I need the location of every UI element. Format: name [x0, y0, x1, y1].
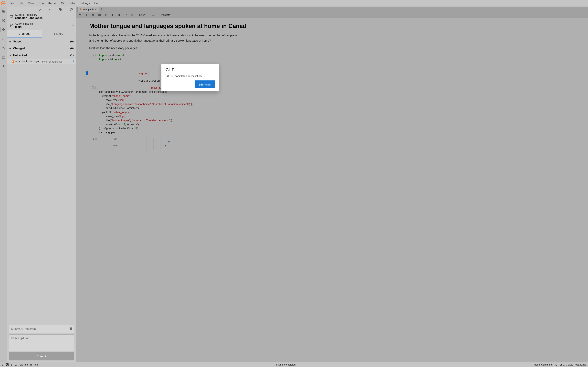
code-cell-5[interactable]: [5]: most_at_home"] > 0] can_lang_plot =…	[89, 86, 588, 135]
cell-prompt: [5]:	[89, 137, 99, 151]
cell-type-label: Code	[139, 14, 145, 17]
git-icon[interactable]	[2, 28, 5, 32]
svg-rect-2	[3, 20, 4, 21]
menu-run[interactable]: Run	[36, 1, 46, 6]
main-area: eda.ipynb ✕ + Code ⌄ Validate	[76, 7, 588, 362]
section-staged-count: (0)	[70, 40, 74, 43]
terminal-icon[interactable]: ≻_	[6, 363, 9, 366]
status-terminals[interactable]: 1	[11, 363, 12, 366]
run-icon[interactable]	[111, 14, 114, 17]
section-untracked[interactable]: ▾ Untracked (1)	[7, 52, 76, 59]
section-staged[interactable]: ▸ Staged (0)	[7, 38, 76, 45]
menu-settings[interactable]: Settings	[77, 1, 92, 6]
notebook-body[interactable]: Mother tongue and languages spoken at ho…	[76, 18, 588, 362]
commit-description-input[interactable]	[9, 334, 74, 351]
commit-summary-input[interactable]	[9, 325, 74, 333]
menu-view[interactable]: View	[26, 1, 36, 6]
status-mode[interactable]: Mode: Command	[534, 363, 553, 366]
current-branch[interactable]: Current Branch main ▾	[7, 21, 76, 30]
svg-point-11	[10, 24, 11, 25]
tabbed-icon[interactable]	[2, 55, 5, 59]
chart-menu-icon[interactable]: ⋯	[110, 137, 114, 141]
menu-help[interactable]: Help	[92, 1, 102, 6]
commit-button[interactable]: Commit	[9, 352, 74, 360]
svg-point-13	[12, 24, 13, 25]
svg-rect-5	[2, 39, 3, 40]
trust-icon[interactable]	[555, 363, 557, 366]
restart-icon[interactable]	[124, 14, 127, 17]
file-dir: .ipynb_checkpoints	[41, 60, 62, 63]
notebook-tab[interactable]: eda.ipynb ✕	[78, 7, 99, 12]
svg-point-12	[10, 26, 11, 27]
notebook-toolbar: Code ⌄ Validate	[76, 12, 588, 18]
copy-icon[interactable]	[98, 14, 101, 17]
push-icon[interactable]	[48, 8, 52, 11]
kernel-status-icon[interactable]	[15, 363, 17, 366]
status-file[interactable]: eda.ipynb	[575, 363, 586, 366]
jupyter-logo-icon	[1, 1, 6, 6]
svg-rect-22	[99, 15, 101, 16]
svg-rect-9	[2, 56, 5, 58]
svg-rect-23	[99, 14, 100, 16]
add-cell-icon[interactable]	[85, 14, 88, 17]
amend-icon[interactable]	[69, 327, 73, 330]
cut-icon[interactable]	[92, 14, 95, 17]
git-tabs: Changes History	[7, 30, 76, 38]
cell-prompt	[89, 71, 99, 75]
stop-icon[interactable]	[118, 14, 121, 17]
section-changed[interactable]: ▸ Changed (0)	[7, 45, 76, 52]
pull-icon[interactable]	[38, 8, 42, 11]
repo-label: Current Repository	[15, 13, 74, 17]
intro-line-1: In the language data collected in the 20…	[89, 33, 253, 38]
code-cell-2[interactable]: [2]: import pandas as pd import altair a…	[89, 53, 588, 62]
status-kernel[interactable]: R | Idle	[30, 363, 38, 366]
cell-type-select[interactable]: Code ⌄	[139, 13, 154, 17]
changes-list: ▸ Staged (0) ▸ Changed (0) ▾ Untracked (…	[7, 38, 76, 324]
menu-kernel[interactable]: Kernel	[46, 1, 59, 6]
new-tab-button[interactable]: +	[99, 7, 104, 12]
section-changed-title: Changed	[13, 47, 25, 50]
refresh-icon[interactable]	[69, 8, 73, 11]
untracked-file-row[interactable]: eda-checkpoint.ipynb .ipynb_checkpoints …	[7, 59, 76, 64]
tab-history[interactable]: History	[42, 30, 76, 38]
svg-rect-26	[119, 14, 120, 16]
app-root: File Edit View Run Kernel Git Tabs Setti…	[0, 0, 588, 367]
branch-name: main	[15, 25, 70, 28]
tag-icon[interactable]	[59, 8, 62, 11]
file-status: U	[72, 60, 74, 63]
toc-icon[interactable]	[2, 37, 5, 41]
menu-git[interactable]: Git	[59, 1, 67, 6]
paste-icon[interactable]	[105, 14, 108, 17]
close-icon[interactable]: ✕	[95, 8, 97, 11]
svg-rect-15	[12, 61, 13, 61]
file-name: eda-checkpoint.ipynb	[15, 60, 40, 63]
svg-rect-10	[10, 16, 13, 17]
menu-file[interactable]: File	[7, 1, 16, 6]
branch-label: Current Branch	[15, 22, 70, 25]
dismiss-button[interactable]: DISMISS	[195, 81, 215, 88]
svg-point-8	[4, 48, 5, 49]
commit-area: Commit	[7, 324, 76, 362]
run-all-icon[interactable]	[131, 14, 134, 17]
status-cursor[interactable]: Ln 1, Col 20	[560, 363, 573, 366]
notebook-file-icon	[11, 60, 14, 63]
running-icon[interactable]	[2, 19, 5, 22]
settings-icon[interactable]	[2, 46, 5, 50]
current-repo[interactable]: Current Repository canadian_languages	[7, 12, 76, 21]
chevron-down-icon: ⌄	[152, 13, 154, 17]
status-git[interactable]: Git: idle	[19, 363, 28, 366]
tab-changes[interactable]: Changes	[7, 30, 42, 38]
status-left-count[interactable]: 1	[2, 363, 3, 366]
section-staged-title: Staged	[13, 40, 23, 43]
files-icon[interactable]	[2, 9, 5, 13]
menu-tabs[interactable]: Tabs	[67, 1, 77, 6]
body: Current Repository canadian_languages Cu…	[0, 7, 588, 362]
caret-right-icon: ▸	[9, 47, 12, 50]
menu-edit[interactable]: Edit	[16, 1, 26, 6]
svg-point-27	[15, 364, 17, 366]
desktop-icon	[9, 15, 13, 18]
validate-button[interactable]: Validate	[161, 14, 170, 17]
section-untracked-count: (1)	[70, 54, 74, 57]
save-icon[interactable]	[78, 14, 81, 17]
extensions-icon[interactable]	[2, 65, 5, 68]
